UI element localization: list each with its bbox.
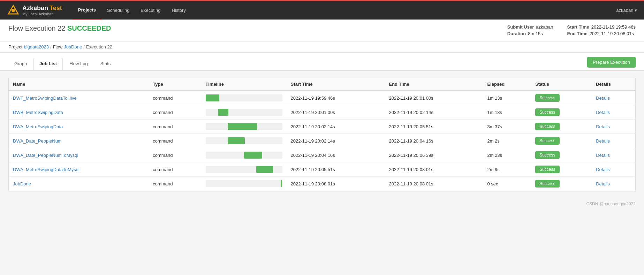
details-link[interactable]: Details [596,153,610,158]
details-link[interactable]: Details [596,181,610,186]
end-time-row: End Time 2022-11-19 20:08 01s [567,31,636,36]
cell-elapsed: 1m 13s [483,105,531,120]
cell-details: Details [592,134,635,148]
cell-details: Details [592,148,635,162]
cell-status: Success [531,177,592,191]
cell-start-time: 2022-11-19 20:01 00s [287,105,385,120]
job-link[interactable]: DWA_MetroSwipingData [13,124,63,129]
cell-end-time: 2022-11-19 20:08 01s [385,162,483,177]
status-badge: Success [535,180,559,188]
timeline-bar [228,123,257,130]
col-type: Type [149,78,201,91]
nav-executing[interactable]: Executing [135,1,166,20]
cell-timeline [202,120,287,134]
timeline-bar [256,166,273,173]
cell-type: command [149,177,201,191]
breadcrumb-project-label: Project [8,44,22,49]
breadcrumb-flow-link[interactable]: JobDone [64,44,82,49]
details-link[interactable]: Details [596,96,610,101]
cell-type: command [149,134,201,148]
breadcrumb-sep2: / [83,44,85,49]
tab-stats[interactable]: Stats [94,58,117,69]
cell-type: command [149,105,201,120]
timeline-bar [244,152,263,159]
cell-type: command [149,91,201,105]
timeline-bar [218,109,229,116]
details-link[interactable]: Details [596,167,610,172]
breadcrumb-project-link[interactable]: bigdata2023 [24,44,49,49]
user-menu[interactable]: azkaban ▾ [616,8,637,13]
flow-title: Flow Execution 22 SUCCEEDED [8,24,111,32]
cell-elapsed: 1m 13s [483,91,531,105]
breadcrumb: Project bigdata2023 / Flow JobDone / Exe… [0,41,644,53]
timeline-container [206,94,282,101]
tab-graph[interactable]: Graph [8,58,33,69]
job-link[interactable]: DWA_Date_PeopleNumToMysql [13,153,78,158]
tabs: Graph Job List Flow Log Stats [8,58,116,69]
timeline-bar [228,137,244,144]
cell-start-time: 2022-11-19 20:02 14s [287,134,385,148]
timeline-container [206,152,282,159]
meta-right: Start Time 2022-11-19 19:59 46s End Time… [567,24,636,36]
breadcrumb-flow-label: Flow [53,44,62,49]
cell-end-time: 2022-11-19 20:01 00s [385,91,483,105]
cell-name: DWT_MetroSwipingDataToHive [9,91,149,105]
svg-point-1 [12,9,15,12]
cell-status: Success [531,91,592,105]
timeline-container [206,166,282,173]
job-link[interactable]: DWA_MetroSwipingDataToMysql [13,167,79,172]
job-link[interactable]: DWA_Date_PeopleNum [13,138,62,144]
details-link[interactable]: Details [596,138,610,144]
cell-timeline [202,177,287,191]
cell-name: DWA_MetroSwipingDataToMysql [9,162,149,177]
details-link[interactable]: Details [596,110,610,115]
cell-elapsed: 3m 37s [483,120,531,134]
navbar: AzkabanTest My Local Azkaban Projects Sc… [0,0,644,20]
cell-name: JobDone [9,177,149,191]
breadcrumb-sep1: / [50,44,52,49]
cell-type: command [149,162,201,177]
cell-name: DWB_MetroSwipingData [9,105,149,120]
main-content: Name Type Timeline Start Time End Time E… [0,71,644,198]
status-badge: Success [535,151,559,159]
cell-timeline [202,162,287,177]
cell-details: Details [592,162,635,177]
submit-user-row: Submit User azkaban [507,24,553,30]
nav-projects[interactable]: Projects [73,1,101,20]
brand-subtitle: My Local Azkaban [22,12,62,16]
col-elapsed: Elapsed [483,78,531,91]
cell-status: Success [531,134,592,148]
col-end-time: End Time [385,78,483,91]
job-link[interactable]: DWB_MetroSwipingData [13,110,63,115]
table-header: Name Type Timeline Start Time End Time E… [9,78,636,91]
timeline-bar [281,180,282,187]
details-link[interactable]: Details [596,124,610,129]
nav-history[interactable]: History [166,1,191,20]
meta-left: Submit User azkaban Duration 8m 15s [507,24,553,36]
nav-scheduling[interactable]: Scheduling [101,1,135,20]
status-badge: Success [535,137,559,145]
prepare-execution-button[interactable]: Prepare Execution [587,57,636,68]
job-link[interactable]: JobDone [13,181,31,186]
duration-row: Duration 8m 15s [507,31,553,36]
cell-name: DWA_Date_PeopleNumToMysql [9,148,149,162]
cell-start-time: 2022-11-19 20:05 51s [287,162,385,177]
col-details: Details [592,78,635,91]
tab-flow-log[interactable]: Flow Log [63,58,94,69]
tabs-section: Graph Job List Flow Log Stats Prepare Ex… [0,53,644,71]
cell-elapsed: 0 sec [483,177,531,191]
cell-type: command [149,120,201,134]
brand-name: AzkabanTest [22,5,62,12]
cell-start-time: 2022-11-19 20:02 14s [287,120,385,134]
brand: AzkabanTest My Local Azkaban [7,4,62,17]
cell-start-time: 2022-11-19 20:08 01s [287,177,385,191]
cell-end-time: 2022-11-19 20:04 16s [385,134,483,148]
cell-status: Success [531,105,592,120]
status-badge: Success [535,123,559,130]
cell-name: DWA_Date_PeopleNum [9,134,149,148]
brand-logo-icon [7,4,20,17]
cell-status: Success [531,162,592,177]
tab-job-list[interactable]: Job List [33,58,63,70]
job-link[interactable]: DWT_MetroSwipingDataToHive [13,96,77,101]
cell-timeline [202,105,287,120]
